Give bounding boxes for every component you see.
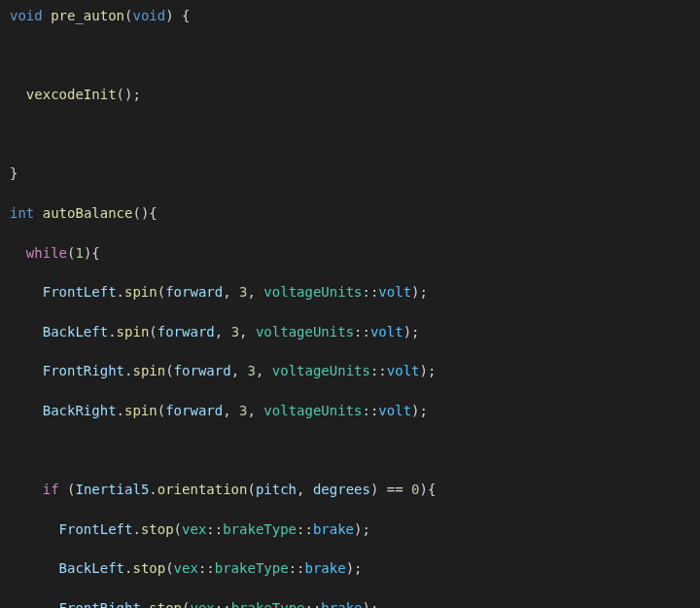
code-editor[interactable]: void pre_auton(void) { vexcodeInit(); } …: [10, 6, 700, 608]
code-line: while(1){: [10, 243, 700, 263]
code-line: }: [10, 163, 700, 183]
code-line: [10, 441, 700, 460]
code-line: BackLeft.stop(vex::brakeType::brake);: [10, 558, 700, 578]
code-line: BackLeft.spin(forward, 3, voltageUnits::…: [10, 322, 700, 341]
function-name: autoBalance: [43, 205, 133, 221]
code-line: [10, 125, 700, 144]
keyword-if: if: [43, 482, 59, 497]
code-line: FrontRight.stop(vex::brakeType::brake);: [10, 598, 700, 608]
function-call: vexcodeInit: [26, 87, 117, 102]
code-line: BackRight.spin(forward, 3, voltageUnits:…: [10, 401, 700, 420]
keyword-void: void: [10, 8, 43, 23]
keyword-while: while: [26, 245, 67, 261]
keyword-int: int: [10, 205, 34, 221]
code-line: if (Inertial5.orientation(pitch, degrees…: [10, 480, 700, 499]
code-line: [10, 46, 700, 65]
param-type: void: [132, 8, 165, 23]
code-line: vexcodeInit();: [10, 85, 700, 104]
function-name: pre_auton: [51, 8, 124, 23]
code-line: FrontLeft.spin(forward, 3, voltageUnits:…: [10, 282, 700, 302]
code-line: FrontRight.spin(forward, 3, voltageUnits…: [10, 361, 700, 380]
code-line: FrontLeft.stop(vex::brakeType::brake);: [10, 519, 700, 539]
code-line: int autoBalance(){: [10, 203, 700, 223]
code-line: void pre_auton(void) {: [10, 6, 700, 25]
